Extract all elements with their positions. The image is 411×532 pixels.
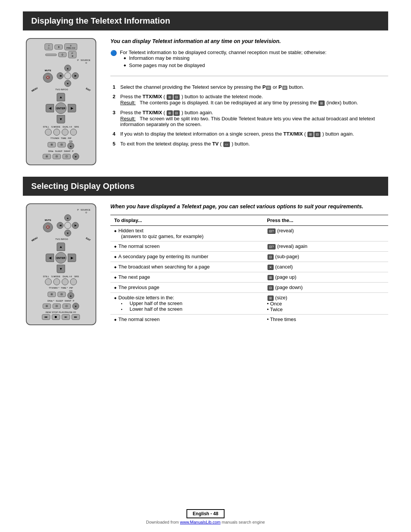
option-display-5: The next page	[110, 272, 263, 283]
step-num-2: 2	[110, 92, 118, 108]
option-press-3: ⊟ (sub-page)	[263, 252, 389, 262]
option-row-6: The previous page ⊟ (page down)	[110, 283, 388, 293]
remote-graphic-2: P SOURCE ⊙ MUTE 🔇 ▲ ◀	[23, 203, 99, 325]
page-number: English - 48	[186, 509, 224, 518]
option-display-6: The previous page	[110, 283, 263, 293]
step-content-3: Press the TTX/MIX ( ⊞⊟ ) button again. R…	[118, 108, 388, 129]
option-display-3: A secondary page by entering its number	[110, 252, 263, 262]
option-row-1: Hidden text (answers to quiz games, for …	[110, 226, 388, 241]
options-table: To display... Press the... Hidden text (…	[110, 215, 388, 324]
remote-graphic-1: 7-/-- 8 9PRE-CH 0 P⊕ P SOURCE ⊙	[23, 38, 99, 165]
step-num-3: 3	[110, 108, 118, 129]
option-row-3: A secondary page by entering its number …	[110, 252, 388, 262]
section1-header: Displaying the Teletext Information	[23, 11, 388, 30]
section-display-options: Selecting Display Options P SOURCE ⊙ MUT…	[23, 177, 388, 325]
option-row-5: The next page ⊞ (page up)	[110, 272, 388, 283]
step-num-1: 1	[110, 82, 118, 92]
step-row-2: 2 Press the TTX/MIX ( ⊞⊟ ) button to act…	[110, 92, 388, 108]
section2-text: When you have displayed a Teletext page,…	[110, 203, 388, 325]
section1-text: You can display Teletext information at …	[110, 38, 388, 165]
option-display-4: The broadcast when searching for a page	[110, 262, 263, 272]
bullet-item-1: Information may be missing	[124, 55, 327, 61]
option-press-6: ⊟ (page down)	[263, 283, 389, 293]
option-row-8: The normal screen • Three times	[110, 315, 388, 324]
section-teletext: Displaying the Teletext Information 7-/-…	[23, 11, 388, 165]
step-num-5: 5	[110, 139, 118, 149]
option-row-2: The normal screen ⊟? (reveal) again	[110, 241, 388, 252]
option-row-7: Double-size letters in the: Upper half o…	[110, 293, 388, 315]
option-display-1: Hidden text (answers to quiz games, for …	[110, 226, 263, 241]
footer: English - 48 Downloaded from www.Manuals…	[0, 509, 411, 524]
option-press-5: ⊞ (page up)	[263, 272, 389, 283]
step-num-4: 4	[110, 129, 118, 139]
section2-intro: When you have displayed a Teletext page,…	[110, 203, 388, 209]
steps-table: 1 Select the channel providing the Telet…	[110, 82, 388, 149]
step-content-4: If you wish to display the teletext info…	[118, 129, 388, 139]
option-press-8: • Three times	[263, 315, 389, 324]
option-display-2: The normal screen	[110, 241, 263, 252]
step-row-1: 1 Select the channel providing the Telet…	[110, 82, 388, 92]
step-content-2: Press the TTX/MIX ( ⊞⊟ ) button to activ…	[118, 92, 388, 108]
note-bullets: Information may be missing Some pages ma…	[120, 55, 327, 68]
note-text: For Teletext information to be displayed…	[120, 50, 327, 55]
footer-link[interactable]: www.ManualsLib.com	[180, 520, 220, 524]
step-row-3: 3 Press the TTX/MIX ( ⊞⊟ ) button again.…	[110, 108, 388, 129]
option-press-7: ⊞ (size) • Once • Twice	[263, 293, 389, 315]
step-row-4: 4 If you wish to display the teletext in…	[110, 129, 388, 139]
col-header-display: To display...	[110, 215, 263, 226]
step-row-5: 5 To exit from the teletext display, pre…	[110, 139, 388, 149]
option-press-2: ⊟? (reveal) again	[263, 241, 389, 252]
step-content-1: Select the channel providing the Teletex…	[118, 82, 388, 92]
col-header-press: Press the...	[263, 215, 389, 226]
section1-intro: You can display Teletext information at …	[110, 38, 388, 44]
option-press-1: ⊟? (reveal)	[263, 226, 389, 241]
option-display-8: The normal screen	[110, 315, 263, 324]
section2-header: Selecting Display Options	[23, 177, 388, 196]
step-content-5: To exit from the teletext display, press…	[118, 139, 388, 149]
option-display-7: Double-size letters in the: Upper half o…	[110, 293, 263, 315]
bullet-item-2: Some pages may not be displayed	[124, 62, 327, 68]
option-press-4: ✕ (cancel)	[263, 262, 389, 272]
note-icon: 🔵	[110, 50, 117, 70]
footer-download-text: Downloaded from www.ManualsLib.com manua…	[146, 520, 265, 524]
option-row-4: The broadcast when searching for a page …	[110, 262, 388, 272]
